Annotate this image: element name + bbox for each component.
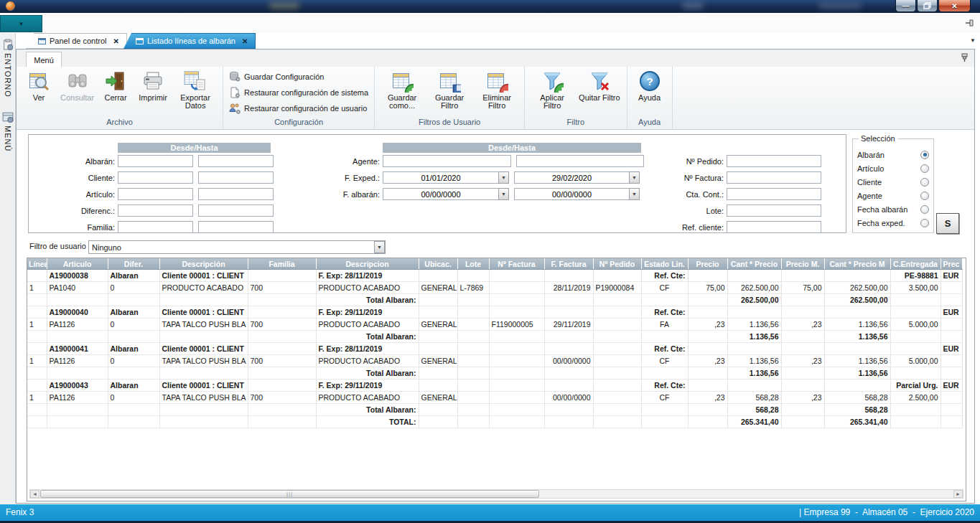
articulo-to-input[interactable] xyxy=(198,188,274,200)
column-header[interactable]: F. Factura xyxy=(544,258,593,270)
cliente-to-input[interactable] xyxy=(198,171,274,184)
cta-cont-input[interactable] xyxy=(727,188,821,200)
close-button[interactable]: ✕ xyxy=(938,0,971,12)
radio-icon[interactable] xyxy=(920,164,929,173)
menu-dropdown-button[interactable]: ▼ xyxy=(0,15,42,32)
ref-cliente-input[interactable] xyxy=(727,221,821,233)
total-row[interactable]: Total Albaran:1.136,561.136,56 xyxy=(27,367,962,380)
articulo-from-input[interactable] xyxy=(118,188,193,200)
s-button[interactable]: S xyxy=(936,213,959,234)
column-header[interactable]: Lote xyxy=(457,258,489,270)
familia-to-input[interactable] xyxy=(198,221,274,233)
calendar-dropdown-button[interactable]: ▼ xyxy=(498,188,509,200)
albaran-group-row[interactable]: A19000040AlbaranCliente 00001 : CLIENTF.… xyxy=(27,306,962,319)
tab-listado-lineas-albaran[interactable]: Listado líneas de albarán ✕ xyxy=(123,33,256,49)
falbaran-from-input[interactable] xyxy=(383,188,498,200)
restaurar-sistema-button[interactable]: Restaurar configuración de sistema xyxy=(229,85,368,99)
radio-option[interactable]: Fecha albarán xyxy=(857,202,929,216)
scrollbar-thumb[interactable]: ||| xyxy=(40,490,539,498)
agente-from-input[interactable] xyxy=(383,155,511,167)
albaran-group-row[interactable]: A19000043AlbaranCliente 00001 : CLIENTF.… xyxy=(27,380,962,392)
diferencia-from-input[interactable] xyxy=(118,204,193,217)
scroll-left-arrow[interactable]: ◄ xyxy=(30,490,39,498)
fexped-to-input[interactable] xyxy=(514,171,629,184)
guardar-configuracion-button[interactable]: Guardar Configuración xyxy=(229,70,368,83)
scroll-right-arrow[interactable]: ► xyxy=(953,490,963,498)
eliminar-filtro-button[interactable]: Eliminar Filtro xyxy=(474,69,520,110)
total-row[interactable]: Total Albaran:1.136,561.136,56 xyxy=(27,331,962,343)
line-row[interactable]: 1PA11260TAPA TALCO PUSH BLA700PRODUCTO A… xyxy=(27,319,962,331)
column-header[interactable]: Precio M. xyxy=(781,258,824,270)
column-header[interactable]: Estado Lin. xyxy=(641,258,688,270)
column-header[interactable]: Articulo xyxy=(47,258,108,270)
factura-input[interactable] xyxy=(727,171,821,184)
radio-option[interactable]: Agente xyxy=(857,189,929,202)
lote-input[interactable] xyxy=(727,204,821,217)
cerrar-button[interactable]: Cerrar xyxy=(98,69,134,103)
column-header[interactable]: Precio xyxy=(688,258,727,270)
pedido-input[interactable] xyxy=(727,155,821,167)
column-header[interactable]: Descripcion xyxy=(316,258,419,270)
pin-icon[interactable] xyxy=(961,53,969,62)
agente-to-input[interactable] xyxy=(516,155,644,167)
albaran-group-row[interactable]: A19000041AlbaranCliente 00001 : CLIENTF.… xyxy=(27,343,962,355)
user-filter-combobox[interactable]: Ninguno ▼ xyxy=(88,240,386,254)
column-header[interactable]: Cant * Precio M xyxy=(824,258,890,270)
albaran-from-input[interactable] xyxy=(118,155,193,167)
radio-icon[interactable] xyxy=(920,151,929,159)
ayuda-button[interactable]: ? Ayuda xyxy=(632,69,668,103)
column-header[interactable]: Prec xyxy=(941,258,962,270)
chevron-down-icon[interactable]: ▼ xyxy=(970,37,976,44)
tab-panel-de-control[interactable]: Panel de control ✕ xyxy=(26,33,127,49)
total-row[interactable]: Total Albaran:262.500,00262.500,00 xyxy=(27,294,962,306)
close-tab-icon[interactable]: ✕ xyxy=(242,37,248,45)
guardar-filtro-button[interactable]: Guardar Filtro xyxy=(426,69,472,110)
line-row[interactable]: 1PA11260TAPA TALCO PUSH BLA700PRODUCTO A… xyxy=(27,392,962,404)
column-header[interactable]: C.Entregada xyxy=(890,258,941,270)
radio-option[interactable]: Fecha exped. xyxy=(857,216,929,230)
column-header[interactable]: Cant * Precio xyxy=(727,258,781,270)
cliente-from-input[interactable] xyxy=(118,171,193,184)
albaran-to-input[interactable] xyxy=(198,155,274,167)
consultar-button[interactable]: Consultar xyxy=(58,69,96,103)
horizontal-scrollbar[interactable]: ◄ ||| ► xyxy=(29,489,963,499)
column-header[interactable]: Descripción xyxy=(159,258,248,270)
column-header[interactable]: Familia xyxy=(248,258,316,270)
column-header[interactable]: Nº Factura xyxy=(489,258,544,270)
pin-icon[interactable] xyxy=(965,19,974,27)
radio-option[interactable]: Albarán xyxy=(857,148,929,161)
restaurar-usuario-button[interactable]: Restaurar configuración de usuario xyxy=(229,101,368,115)
ver-button[interactable]: Ver xyxy=(21,69,57,103)
radio-icon[interactable] xyxy=(920,205,929,214)
radio-icon[interactable] xyxy=(920,192,929,200)
column-header[interactable]: Línea xyxy=(27,258,47,270)
grand-total-row[interactable]: TOTAL:265.341,40265.341,40 xyxy=(27,416,962,428)
diferencia-to-input[interactable] xyxy=(198,204,274,217)
column-header[interactable]: Ubicac. xyxy=(419,258,457,270)
line-row[interactable]: 1PA10400PRODUCTO ACABADO700PRODUCTO ACAB… xyxy=(27,282,962,294)
guardar-como-button[interactable]: Guardar como... xyxy=(379,69,425,110)
albaran-group-row[interactable]: A19000038AlbaranCliente 00001 : CLIENTF.… xyxy=(27,270,962,282)
column-header[interactable]: Difer. xyxy=(108,258,159,270)
falbaran-to-input[interactable] xyxy=(514,188,629,200)
fexped-from-input[interactable] xyxy=(383,171,498,184)
ribbon-tab-menu[interactable]: Menú xyxy=(26,52,62,67)
radio-icon[interactable] xyxy=(920,219,929,227)
familia-from-input[interactable] xyxy=(118,221,193,233)
column-header[interactable]: Nº Pedido xyxy=(593,258,641,270)
calendar-dropdown-button[interactable]: ▼ xyxy=(629,171,640,184)
sidebar-item-entorno[interactable]: ENTORNO xyxy=(2,39,14,98)
total-row[interactable]: Total Albaran:568,28568,28 xyxy=(27,404,962,416)
radio-icon[interactable] xyxy=(920,178,929,187)
exportar-datos-button[interactable]: Exportar Datos xyxy=(172,69,218,110)
radio-option[interactable]: Artículo xyxy=(857,161,929,175)
close-tab-icon[interactable]: ✕ xyxy=(113,37,119,45)
minimize-button[interactable]: — xyxy=(895,0,916,12)
line-row[interactable]: 1PA11260TAPA TALCO PUSH BLA700PRODUCTO A… xyxy=(27,355,962,367)
calendar-dropdown-button[interactable]: ▼ xyxy=(498,171,509,184)
quitar-filtro-button[interactable]: Quitar Filtro xyxy=(577,69,622,103)
calendar-dropdown-button[interactable]: ▼ xyxy=(629,188,640,200)
sidebar-item-menu[interactable]: MENÚ xyxy=(2,111,14,151)
aplicar-filtro-button[interactable]: Aplicar Filtro xyxy=(529,69,575,110)
maximize-button[interactable] xyxy=(917,0,938,12)
